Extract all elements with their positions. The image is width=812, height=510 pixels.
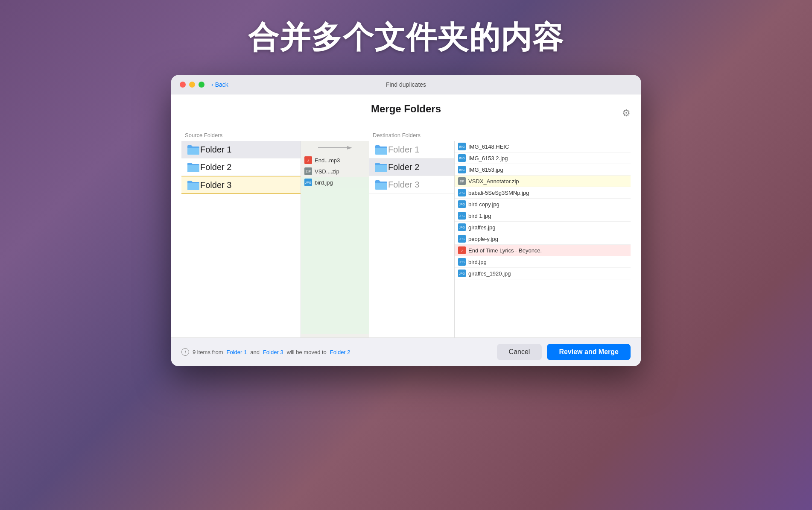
footer-buttons: Cancel Review and Merge [497, 344, 631, 360]
middle-file-1: ♪ End...mp3 [301, 155, 369, 166]
dest-file-0: IMG IMG_6148.HEIC [455, 141, 631, 152]
middle-file-1-name: End...mp3 [315, 157, 340, 164]
footer-and: and [250, 349, 260, 355]
mp3-icon: ♪ [304, 156, 312, 164]
dest-folder-2-name: Folder 2 [388, 162, 419, 172]
middle-file-2-name: VSD....zip [315, 168, 339, 175]
middle-file-2: ZIP VSD....zip [301, 166, 369, 177]
source-header: Source Folders [181, 130, 301, 141]
dest-folder-1-name: Folder 1 [388, 145, 419, 155]
app-window: ‹ Back Find duplicates Merge Folders ⚙ S… [171, 75, 641, 366]
svg-marker-1 [347, 146, 352, 149]
jpg-icon: JPG [458, 200, 466, 208]
dest-folder-3[interactable]: Folder 3 [369, 176, 454, 193]
footer: i 9 items from Folder 1 and Folder 3 wil… [171, 337, 641, 366]
source-folder-2[interactable]: Folder 2 [181, 158, 301, 176]
dest-folder-1[interactable]: Folder 1 [369, 141, 454, 158]
middle-file-3: JPG bird.jpg [301, 177, 369, 188]
middle-files-panel: ♪ End...mp3 ZIP VSD....zip JPG bird.jpg [301, 141, 369, 337]
source-label: Source Folders [181, 130, 301, 141]
back-label: Back [215, 81, 228, 88]
source-folder-1-name: Folder 1 [200, 145, 231, 155]
footer-folder3-link[interactable]: Folder 3 [263, 349, 283, 355]
source-folder-3[interactable]: Folder 3 [181, 176, 301, 194]
cancel-button[interactable]: Cancel [497, 344, 542, 360]
footer-info: i 9 items from Folder 1 and Folder 3 wil… [181, 348, 351, 356]
maximize-button[interactable] [199, 82, 204, 88]
jpg-icon: JPG [458, 223, 466, 231]
dest-header: Destination Folders [369, 130, 631, 141]
folder-icon [187, 179, 200, 191]
merge-arrow-icon [318, 144, 352, 151]
zip-icon: ZIP [304, 167, 312, 175]
info-icon: i [181, 348, 189, 356]
back-button[interactable]: ‹ Back [211, 81, 228, 88]
dest-file-5: JPG bird copy.jpg [455, 199, 631, 210]
source-folder-2-name: Folder 2 [200, 162, 231, 172]
folder-icon [374, 144, 388, 155]
titlebar: ‹ Back Find duplicates [171, 75, 641, 94]
dest-body: Folder 1 Folder 2 Fo [369, 141, 631, 337]
chevron-left-icon: ‹ [211, 81, 213, 88]
mp3-icon: ♪ [458, 246, 466, 254]
green-fill [301, 188, 369, 334]
review-merge-button[interactable]: Review and Merge [547, 344, 631, 360]
dest-label: Destination Folders [369, 130, 631, 141]
dest-file-10: JPG bird.jpg [455, 256, 631, 268]
dest-folders-list: Folder 1 Folder 2 Fo [369, 141, 455, 337]
dest-file-7-name: giraffes.jpg [468, 224, 495, 231]
footer-info-text: 9 items from [193, 349, 223, 355]
settings-icon[interactable]: ⚙ [622, 108, 631, 119]
body-row: Folder 1 Folder 2 Folder 3 [181, 141, 631, 337]
dest-folder-2[interactable]: Folder 2 [369, 158, 454, 176]
dest-file-6: JPG bird 1.jpg [455, 210, 631, 222]
dest-file-6-name: bird 1.jpg [468, 213, 491, 219]
column-headers: Source Folders Destination Folders [181, 130, 631, 141]
window-title: Find duplicates [386, 81, 426, 88]
dest-file-5-name: bird copy.jpg [468, 201, 499, 208]
dest-file-2-name: IMG_6153.jpg [468, 167, 503, 173]
dest-file-9-name: End of Time Lyrics - Beyonce. [468, 247, 542, 254]
dest-file-3-name: VSDX_Annotator.zip [468, 178, 519, 185]
jpg-icon: JPG [458, 212, 466, 220]
footer-folder1-link[interactable]: Folder 1 [227, 349, 247, 355]
folder-icon [374, 179, 388, 191]
dest-folder-3-name: Folder 3 [388, 180, 419, 190]
zip-icon: ZIP [458, 177, 466, 185]
middle-file-3-name: bird.jpg [315, 179, 333, 186]
jpg-icon: JPG [304, 179, 312, 186]
dest-file-4-name: babali-5SeSg3SMNp.jpg [468, 190, 529, 196]
dest-file-7: JPG giraffes.jpg [455, 222, 631, 233]
jpg-icon: JPG [458, 258, 466, 266]
dest-file-0-name: IMG_6148.HEIC [468, 144, 509, 150]
dest-file-1: IMG IMG_6153 2.jpg [455, 152, 631, 164]
jpg-icon: IMG [458, 154, 466, 162]
close-button[interactable] [180, 82, 186, 88]
main-content: Merge Folders ⚙ Source Folders Destinati… [171, 94, 641, 337]
dest-file-11-name: giraffes_1920.jpg [468, 270, 511, 277]
source-folder-3-name: Folder 3 [200, 180, 231, 190]
merge-title: Merge Folders [371, 103, 441, 115]
folder-icon [187, 144, 200, 155]
footer-folder2-link[interactable]: Folder 2 [330, 349, 351, 355]
page-title: 合并多个文件夹的内容 [248, 17, 564, 58]
middle-header [301, 130, 369, 141]
source-folder-1[interactable]: Folder 1 [181, 141, 301, 158]
dest-file-2: IMG IMG_6153.jpg [455, 164, 631, 176]
folder-icon [187, 161, 200, 173]
dest-file-10-name: bird.jpg [468, 259, 487, 265]
dest-file-1-name: IMG_6153 2.jpg [468, 155, 508, 161]
dest-file-8-name: people-y.jpg [468, 236, 498, 242]
dest-file-3: ZIP VSDX_Annotator.zip [455, 176, 631, 187]
traffic-lights [180, 82, 204, 88]
dest-file-8: JPG people-y.jpg [455, 233, 631, 245]
jpg-icon: JPG [458, 270, 466, 277]
dest-files-list: IMG IMG_6148.HEIC IMG IMG_6153 2.jpg IMG… [455, 141, 631, 337]
arrow-container [301, 144, 369, 151]
dest-file-11: JPG giraffes_1920.jpg [455, 268, 631, 279]
footer-will-be-moved: will be moved to [287, 349, 327, 355]
dest-file-9: ♪ End of Time Lyrics - Beyonce. [455, 245, 631, 256]
source-folders-list: Folder 1 Folder 2 Folder 3 [181, 141, 301, 337]
folder-icon [374, 161, 388, 173]
minimize-button[interactable] [189, 82, 195, 88]
